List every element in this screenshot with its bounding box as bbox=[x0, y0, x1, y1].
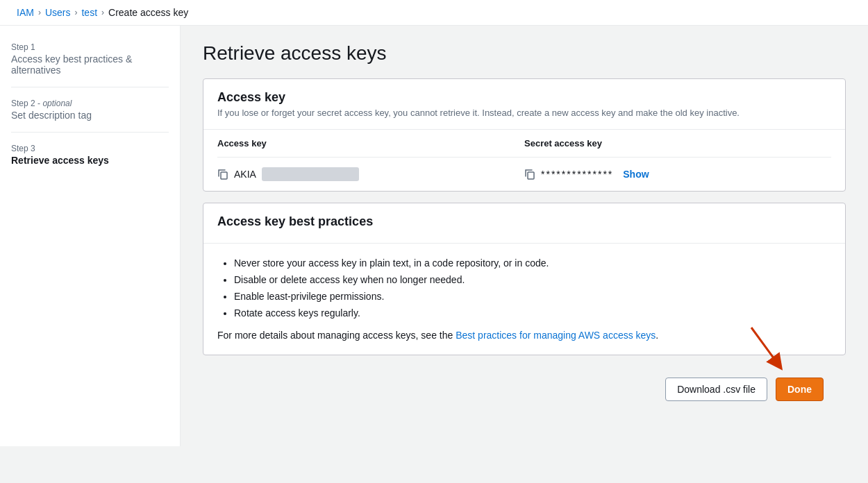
best-practices-title: Access key best practices bbox=[217, 214, 831, 229]
done-button[interactable]: Done bbox=[776, 378, 824, 401]
step-divider-1 bbox=[11, 87, 169, 87]
step2-label: Step 2 - optional bbox=[11, 99, 169, 108]
footer-actions: Download .csv file Done bbox=[203, 366, 846, 412]
breadcrumb-sep-1: › bbox=[38, 8, 41, 17]
step-divider-2 bbox=[11, 132, 169, 133]
breadcrumb-sep-2: › bbox=[74, 8, 77, 17]
secret-key-masked: ************** bbox=[541, 169, 613, 180]
access-key-card-header: Access key If you lose or forget your se… bbox=[203, 79, 845, 130]
breadcrumb-current: Create access key bbox=[108, 7, 188, 18]
breadcrumb-sep-3: › bbox=[101, 8, 104, 17]
best-practices-header: Access key best practices bbox=[203, 203, 845, 244]
step1-title: Access key best practices & alternatives bbox=[11, 53, 169, 76]
access-key-card-title: Access key bbox=[217, 90, 831, 105]
step1-label: Step 1 bbox=[11, 42, 169, 52]
list-item: Never store your access key in plain tex… bbox=[234, 257, 831, 269]
breadcrumb: IAM › Users › test › Create access key bbox=[0, 0, 868, 26]
best-practices-card: Access key best practices Never store yo… bbox=[203, 203, 846, 355]
copy-icon-access-key[interactable] bbox=[217, 169, 228, 180]
sidebar-step-3[interactable]: Step 3 Retrieve access keys bbox=[11, 144, 169, 166]
secret-key-cell: ************** Show bbox=[524, 158, 831, 192]
access-key-card: Access key If you lose or forget your se… bbox=[203, 78, 846, 192]
access-key-table: Access key Secret access key bbox=[217, 130, 831, 191]
copy-icon-secret-key[interactable] bbox=[524, 169, 535, 180]
col-access-key: Access key bbox=[217, 130, 524, 158]
breadcrumb-iam[interactable]: IAM bbox=[17, 7, 34, 18]
best-practices-body: Never store your access key in plain tex… bbox=[203, 244, 845, 355]
table-row: AKIA ************** bbox=[217, 158, 831, 192]
main-content: Retrieve access keys Access key If you l… bbox=[181, 26, 868, 446]
page-title: Retrieve access keys bbox=[203, 42, 846, 65]
access-key-redacted bbox=[262, 167, 359, 181]
sidebar-step-2[interactable]: Step 2 - optional Set description tag bbox=[11, 99, 169, 121]
svg-rect-0 bbox=[221, 172, 227, 179]
list-item: Disable or delete access key when no lon… bbox=[234, 274, 831, 285]
svg-rect-1 bbox=[528, 172, 534, 179]
list-item: Rotate access keys regularly. bbox=[234, 307, 831, 319]
access-key-prefix: AKIA bbox=[234, 169, 256, 180]
breadcrumb-users[interactable]: Users bbox=[45, 7, 71, 18]
show-secret-link[interactable]: Show bbox=[623, 169, 649, 180]
sidebar: Step 1 Access key best practices & alter… bbox=[0, 26, 181, 446]
sidebar-step-1[interactable]: Step 1 Access key best practices & alter… bbox=[11, 42, 169, 76]
step3-title: Retrieve access keys bbox=[11, 155, 169, 166]
best-practices-list: Never store your access key in plain tex… bbox=[217, 257, 831, 319]
breadcrumb-test[interactable]: test bbox=[81, 7, 97, 18]
col-secret-key: Secret access key bbox=[524, 130, 831, 158]
download-csv-button[interactable]: Download .csv file bbox=[665, 378, 767, 401]
access-key-card-subtitle: If you lose or forget your secret access… bbox=[217, 108, 831, 118]
step3-label: Step 3 bbox=[11, 144, 169, 153]
access-key-cell: AKIA bbox=[217, 158, 524, 192]
best-practices-link[interactable]: Best practices for managing AWS access k… bbox=[456, 330, 656, 341]
list-item: Enable least-privilege permissions. bbox=[234, 291, 831, 302]
access-key-card-body: Access key Secret access key bbox=[203, 130, 845, 191]
step2-title: Set description tag bbox=[11, 110, 169, 121]
footer-text: For more details about managing access k… bbox=[217, 330, 831, 341]
